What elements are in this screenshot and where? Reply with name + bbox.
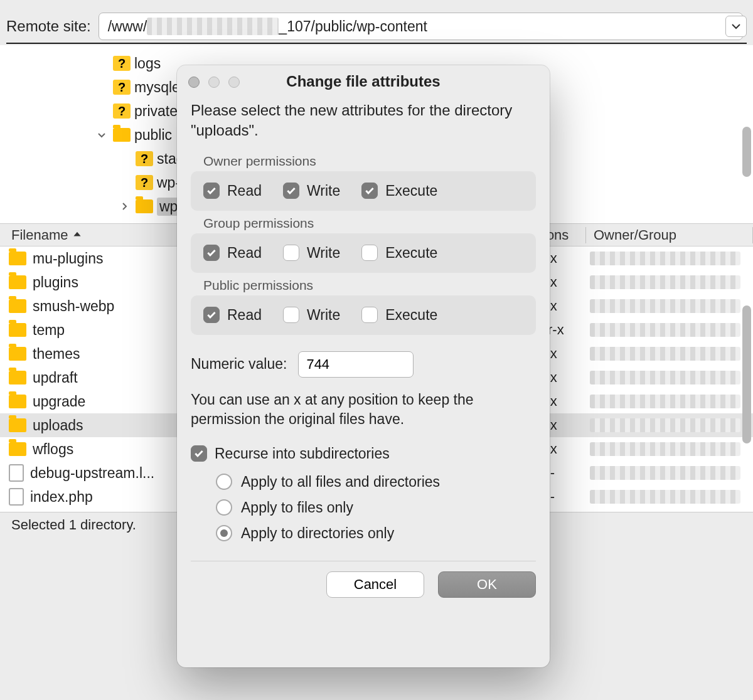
path-suffix: _107/public/wp-content <box>279 18 427 35</box>
folder-icon <box>9 371 26 384</box>
perm-read-option: Read <box>203 245 262 262</box>
perm-write-option: Write <box>283 183 340 199</box>
file-name: upgrade <box>33 393 85 410</box>
file-name: smush-webp <box>33 298 114 315</box>
numeric-value-input[interactable] <box>298 351 414 378</box>
cancel-button[interactable]: Cancel <box>326 571 424 598</box>
owner-redacted <box>590 252 740 265</box>
dialog-titlebar: Change file attributes <box>177 65 550 98</box>
owner-redacted <box>590 371 740 384</box>
file-name: updraft <box>33 369 78 386</box>
numeric-help-text: You can use an x at any position to keep… <box>191 390 536 429</box>
tree-item-label: logs <box>134 55 161 72</box>
recurse-option[interactable]: Apply to directories only <box>216 525 536 542</box>
ok-button[interactable]: OK <box>438 571 536 598</box>
owner-redacted <box>590 442 740 456</box>
perm-read-checkbox[interactable] <box>203 307 220 323</box>
unknown-folder-icon: ? <box>113 56 131 71</box>
recurse-option-label: Apply to all files and directories <box>241 474 440 491</box>
perm-execute-checkbox[interactable] <box>361 245 378 261</box>
folder-icon <box>9 395 26 408</box>
folder-icon <box>9 275 26 289</box>
path-prefix: /www/ <box>108 18 147 35</box>
perm-read-label: Read <box>227 307 262 324</box>
perm-read-label: Read <box>227 183 262 199</box>
perm-read-label: Read <box>227 245 262 262</box>
zoom-window-button[interactable] <box>228 77 240 88</box>
file-icon <box>9 464 24 482</box>
perm-execute-option: Execute <box>361 245 437 262</box>
perm-write-checkbox[interactable] <box>283 307 299 323</box>
perm-write-option: Write <box>283 245 340 262</box>
owner-redacted <box>590 466 740 480</box>
owner-redacted <box>590 418 740 432</box>
file-list-scrollbar[interactable] <box>742 305 751 443</box>
numeric-value-row: Numeric value: <box>191 351 536 378</box>
path-redacted <box>147 18 279 35</box>
folder-icon <box>136 199 153 213</box>
tree-item-label: private <box>134 103 178 120</box>
recurse-option[interactable]: Apply to all files and directories <box>216 474 536 491</box>
unknown-folder-icon: ? <box>113 103 131 119</box>
folder-icon <box>9 347 26 361</box>
perm-write-label: Write <box>307 307 340 324</box>
recurse-label: Recurse into subdirectories <box>215 445 390 462</box>
perm-execute-option: Execute <box>361 183 437 199</box>
close-window-button[interactable] <box>188 77 200 88</box>
file-name: mu-plugins <box>33 250 104 267</box>
radio-button[interactable] <box>216 525 232 541</box>
perm-group: ReadWriteExecute <box>191 295 536 335</box>
perm-execute-label: Execute <box>385 307 437 324</box>
folder-icon <box>9 442 26 456</box>
recurse-option[interactable]: Apply to files only <box>216 499 536 516</box>
owner-redacted <box>590 299 740 313</box>
chevron-down-icon[interactable] <box>94 127 109 142</box>
file-name: wflogs <box>33 441 73 458</box>
remote-site-label: Remote site: <box>6 18 91 35</box>
perm-read-option: Read <box>203 307 262 324</box>
perm-group-title: Owner permissions <box>203 154 536 169</box>
tree-scrollbar[interactable] <box>742 127 751 177</box>
perm-read-checkbox[interactable] <box>203 245 220 261</box>
perm-write-label: Write <box>307 245 340 262</box>
perm-execute-option: Execute <box>361 307 437 324</box>
perm-read-checkbox[interactable] <box>203 183 220 199</box>
path-dropdown-button[interactable] <box>725 16 747 37</box>
column-filename-label: Filename <box>11 227 68 243</box>
unknown-folder-icon: ? <box>136 151 153 166</box>
status-text: Selected 1 directory. <box>11 517 136 533</box>
change-attributes-dialog: Change file attributes Please select the… <box>177 65 550 667</box>
owner-redacted <box>590 347 740 361</box>
address-separator <box>6 43 747 44</box>
perm-execute-checkbox[interactable] <box>361 307 378 323</box>
sort-ascending-icon <box>72 227 83 243</box>
folder-icon <box>9 418 26 432</box>
perm-group-title: Group permissions <box>203 216 536 231</box>
file-name: plugins <box>33 274 78 291</box>
perm-group: ReadWriteExecute <box>191 233 536 273</box>
unknown-folder-icon: ? <box>113 80 131 95</box>
numeric-value-label: Numeric value: <box>191 356 287 373</box>
perm-write-checkbox[interactable] <box>283 245 299 261</box>
perm-execute-label: Execute <box>385 245 437 262</box>
radio-button[interactable] <box>216 499 232 516</box>
recurse-checkbox[interactable] <box>191 445 207 462</box>
owner-redacted <box>590 395 740 408</box>
chevron-down-icon <box>731 21 741 31</box>
column-owner-group[interactable]: Owner/Group <box>586 227 753 243</box>
minimize-window-button[interactable] <box>208 77 220 88</box>
perm-execute-label: Execute <box>385 183 437 199</box>
folder-icon <box>9 252 26 265</box>
file-icon <box>9 488 24 506</box>
radio-button[interactable] <box>216 474 232 490</box>
chevron-right-icon[interactable] <box>117 199 132 214</box>
perm-write-checkbox[interactable] <box>283 183 299 199</box>
perm-write-label: Write <box>307 183 340 199</box>
window-controls <box>188 77 240 88</box>
file-name: uploads <box>33 417 83 434</box>
perm-execute-checkbox[interactable] <box>361 183 378 199</box>
folder-icon <box>9 299 26 313</box>
perm-read-option: Read <box>203 183 262 199</box>
file-name: temp <box>33 322 65 339</box>
remote-site-path-field[interactable]: /www/ _107/public/wp-content <box>99 13 743 40</box>
